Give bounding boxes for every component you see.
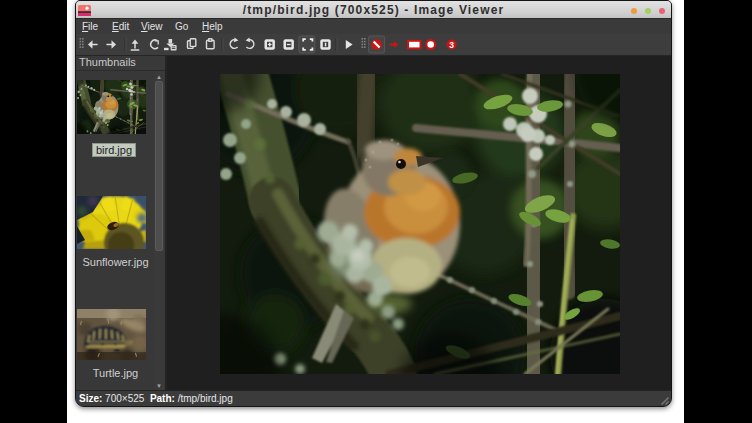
svg-text:3: 3 bbox=[449, 40, 454, 50]
